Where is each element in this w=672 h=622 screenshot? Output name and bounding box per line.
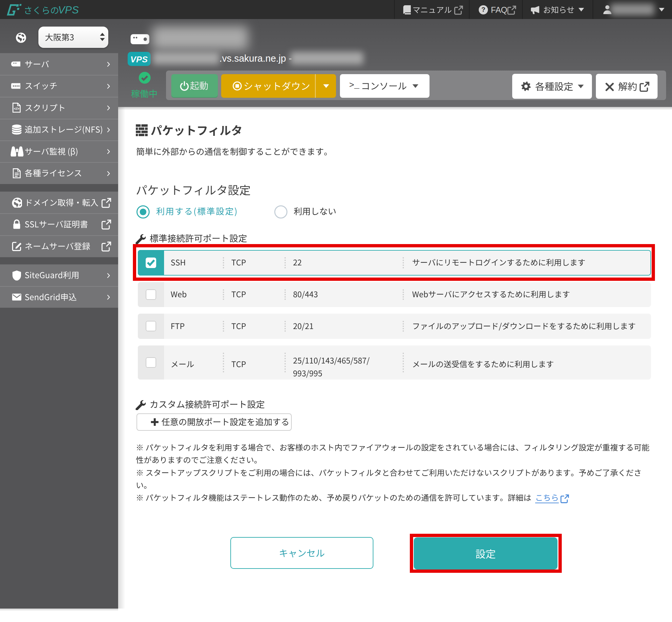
svg-text:</>: </>: [14, 106, 20, 110]
svg-text:?: ?: [481, 6, 485, 13]
